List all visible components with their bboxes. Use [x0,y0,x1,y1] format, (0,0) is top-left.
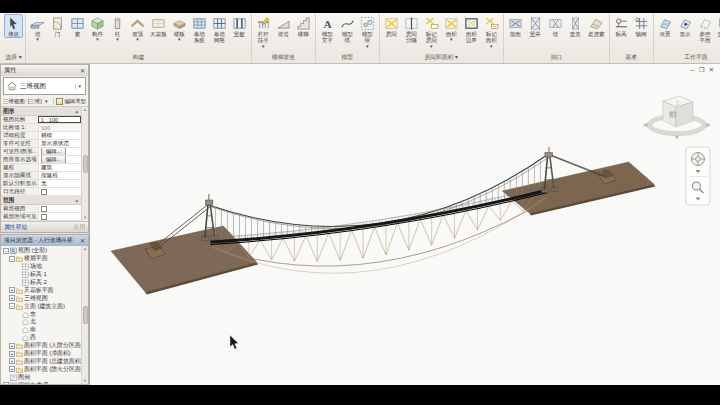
property-value[interactable]: 无 [38,180,81,187]
ribbon-button-vertopen[interactable]: 垂直 [566,14,585,38]
property-value[interactable]: 按规程 [38,172,81,179]
edit-button[interactable]: 编辑... [41,156,66,163]
browser-tree-item[interactable]: +明细表/数量 [1,381,81,385]
ribbon-button-wpref[interactable]: 参照 平面 [696,14,715,45]
scroll-thumb[interactable] [83,306,88,324]
browser-tree-item[interactable]: 图例 [1,373,81,381]
ribbon-button-wpshow[interactable]: 显示 [676,14,695,38]
terrain-right[interactable] [502,162,655,216]
browser-scrollbar[interactable]: ▲▼ [81,246,88,384]
browser-tree-item[interactable]: +三维视图 [1,294,81,302]
property-value[interactable]: 100 [38,124,81,131]
ribbon-panel-label[interactable]: 洞口 [506,52,607,63]
ribbon-button-curtainsys[interactable]: 幕墙 系统 [190,14,209,45]
browser-tree-item[interactable]: +面积平面 (总建筑面积) [1,357,81,365]
ribbon-button-openface[interactable]: 按面 [506,14,525,38]
ribbon-button-mgroup[interactable]: 模型 组▼ [358,14,377,50]
ribbon-button-shaft[interactable]: 竖井 [526,14,545,38]
browser-tree-item[interactable]: +面积平面 (人防分区面积) [1,342,81,350]
browser-tree-item[interactable]: 东 [1,310,81,318]
ribbon-button-roof[interactable]: 屋顶▼ [128,14,147,44]
checkbox[interactable] [41,206,47,212]
property-value[interactable]: 1 : 100 [38,116,81,123]
ribbon-button-wpset[interactable]: 设置 [656,14,675,38]
ribbon-button-window[interactable]: 窗 [68,14,87,38]
property-value[interactable]: 编辑... [38,156,81,163]
browser-tree-item[interactable]: 西 [1,334,81,342]
section-collapse-icon[interactable]: ▲ [75,198,79,203]
ribbon-panel-label[interactable]: 模型 [318,52,377,63]
browser-tree-item[interactable]: 场地 [1,263,81,271]
ribbon-button-component[interactable]: 构件▼ [88,14,107,44]
type-selector[interactable]: 三维视图 ▼ [3,77,86,95]
collapse-icon[interactable]: − [9,256,15,262]
expand-icon[interactable]: + [9,351,15,357]
property-value[interactable] [38,188,81,195]
browser-tree-item[interactable]: 北 [1,318,81,326]
view-cube[interactable]: 前上 [643,96,711,140]
bridge-deck[interactable] [210,190,547,244]
scroll-down-icon[interactable]: ▼ [83,379,87,383]
minimize-icon[interactable]: ─ [690,67,695,74]
ribbon-button-wallopen[interactable]: 墙 [546,14,565,38]
ribbon-button-tagarea[interactable]: 标记 面积▼ [482,14,501,50]
scroll-down-icon[interactable]: ▼ [83,216,87,220]
bridge-model[interactable]: 前上 [90,64,720,385]
view-filter-dropdown-icon[interactable]: ▼ [44,99,48,104]
edit-button[interactable]: 编辑... [41,148,66,155]
edit-type-button[interactable]: 编辑类型 [53,98,86,105]
3d-view-canvas[interactable]: 前上 [90,64,720,385]
view-filter-value[interactable]: 三维视图: {三维} [3,98,42,105]
ribbon-button-areabnd[interactable]: 面积 边界 [462,14,481,45]
property-value[interactable]: 精细 [38,132,81,139]
ribbon-button-cursor[interactable]: 修改 [4,14,23,38]
browser-tree-item[interactable]: +面积平面 (防火分区面积) [1,365,81,373]
ribbon-button-dormer[interactable]: 老虎窗 [586,14,607,38]
expand-icon[interactable]: + [3,382,9,385]
ribbon-button-area[interactable]: 面积▼ [442,14,461,44]
ribbon-panel-label[interactable]: 工作平面 [656,52,720,63]
section-collapse-icon[interactable]: ▲ [75,109,79,114]
properties-scrollbar[interactable]: ▲▼ [81,107,88,221]
navigation-bar[interactable] [686,147,710,205]
restore-icon[interactable]: ❐ [699,67,705,74]
ribbon-button-ceiling[interactable]: 天花板 [148,14,169,38]
ribbon-button-door[interactable]: 门 [48,14,67,38]
scroll-up-icon[interactable]: ▲ [83,108,87,112]
ribbon-panel-label[interactable]: 房间和面积 ▾ [382,52,501,63]
expand-icon[interactable]: + [9,366,15,372]
property-value[interactable]: 编辑... [38,148,81,155]
properties-help-link[interactable]: 属性帮助 [4,223,27,232]
scroll-thumb[interactable] [83,155,88,173]
ribbon-button-stair[interactable]: 楼梯 [294,14,313,38]
apply-button[interactable]: 应用 [73,223,85,232]
property-value[interactable]: 显示原状态 [38,140,81,147]
scroll-up-icon[interactable]: ▲ [83,247,87,251]
collapse-icon[interactable]: − [9,303,15,309]
checkbox[interactable] [41,189,47,195]
ribbon-button-mullion[interactable]: 竖梃 [230,14,249,38]
browser-tree-item[interactable]: 标高 1 [1,271,81,279]
ribbon-button-curtaingrid[interactable]: 幕墙 网格 [210,14,229,45]
ribbon-button-mtext[interactable]: A模型 文字 [318,14,337,45]
ribbon-panel-label[interactable]: 选择 ▾ [4,52,23,63]
ribbon-button-viewer[interactable]: 查看器 [716,14,720,38]
browser-tree-item[interactable]: +天花板平面 [1,286,81,294]
browser-tree-item[interactable]: +面积平面 (净面积) [1,350,81,358]
property-value[interactable]: 建筑 [38,164,81,171]
type-selector-dropdown-icon[interactable]: ▼ [75,84,83,89]
expand-icon[interactable]: + [9,343,15,349]
checkbox[interactable] [41,214,47,220]
property-value[interactable] [38,213,81,220]
browser-tree-item[interactable]: −立面 (建筑立面) [1,302,81,310]
ribbon-button-column[interactable]: 柱▼ [108,14,127,44]
ribbon-button-mline[interactable]: 模型 线 [338,14,357,45]
ribbon-button-floor[interactable]: 楼板▼ [170,14,189,44]
close-view-icon[interactable]: ✕ [709,67,714,74]
ribbon-button-railing[interactable]: 栏杆 扶手▼ [254,14,273,50]
expand-icon[interactable]: + [9,287,15,293]
browser-tree-item[interactable]: −楼层平面 [1,255,81,263]
browser-tree-item[interactable]: 南 [1,326,81,334]
browser-tree-item[interactable]: 标高 2 [1,279,81,287]
ribbon-button-room[interactable]: 房间 [382,14,401,38]
